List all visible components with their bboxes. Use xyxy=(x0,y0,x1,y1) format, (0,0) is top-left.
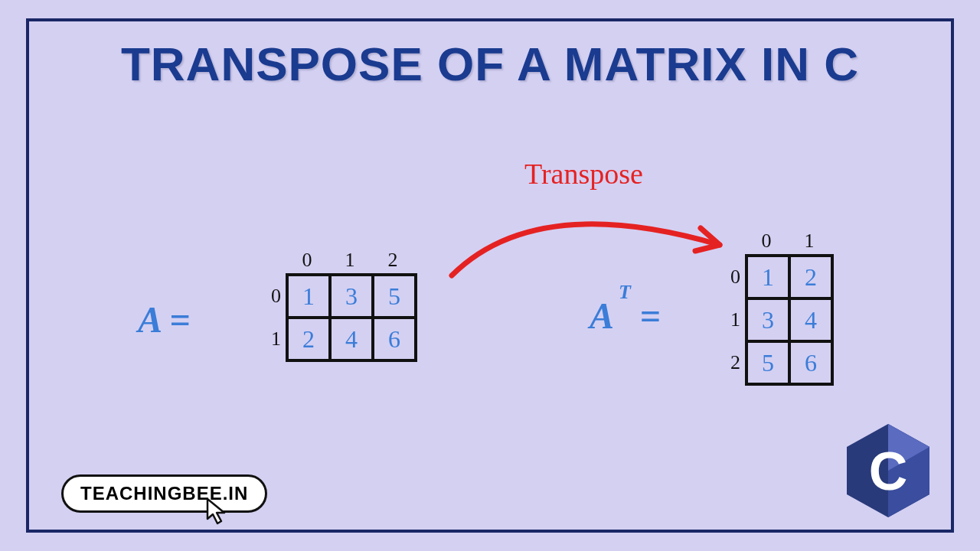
page-title: TRANSPOSE OF A MATRIX IN C xyxy=(0,37,980,91)
matrix-cell: 2 xyxy=(789,256,832,298)
matrix-at-col-headers: 0 1 xyxy=(745,230,834,253)
matrix-a: 0 1 2 0 1 1 3 5 2 4 6 xyxy=(264,249,417,362)
table-row: 5 6 xyxy=(746,341,832,384)
a-transpose-letter: A xyxy=(590,295,612,336)
col-header: 1 xyxy=(788,230,831,253)
row-header: 2 xyxy=(724,341,740,384)
matrix-cell: 5 xyxy=(746,341,789,384)
cursor-icon xyxy=(203,496,232,530)
matrix-at-grid: 1 2 3 4 5 6 xyxy=(745,254,834,386)
matrix-a-col-headers: 0 1 2 xyxy=(286,249,417,272)
equation-left-label: A = xyxy=(138,298,191,341)
row-header: 0 xyxy=(724,256,740,298)
row-header: 1 xyxy=(724,298,740,341)
matrix-cell: 1 xyxy=(746,256,789,298)
matrix-cell: 6 xyxy=(789,341,832,384)
table-row: 3 4 xyxy=(746,298,832,341)
matrix-cell: 6 xyxy=(373,318,416,360)
matrix-cell: 2 xyxy=(287,318,330,360)
col-header: 0 xyxy=(745,230,788,253)
col-header: 0 xyxy=(286,249,328,272)
matrix-cell: 3 xyxy=(746,298,789,341)
col-header: 2 xyxy=(371,249,414,272)
col-header: 1 xyxy=(328,249,371,272)
svg-text:C: C xyxy=(869,442,908,501)
matrix-cell: 4 xyxy=(330,318,373,360)
website-badge: TEACHINGBEE.IN xyxy=(61,474,267,513)
equation-right-label: A T = xyxy=(590,295,661,337)
matrix-cell: 1 xyxy=(287,275,330,318)
table-row: 2 4 6 xyxy=(287,318,416,360)
matrix-a-grid: 1 3 5 2 4 6 xyxy=(286,273,417,362)
matrix-a-row-headers: 0 1 xyxy=(264,275,281,360)
table-row: 1 2 xyxy=(746,256,832,298)
row-header: 0 xyxy=(264,275,281,318)
arrow-icon xyxy=(444,184,750,291)
matrix-at-row-headers: 0 1 2 xyxy=(724,256,740,384)
c-language-logo-icon: C xyxy=(842,421,934,520)
matrix-a-transpose: 0 1 0 1 2 1 2 3 4 5 6 xyxy=(724,230,834,386)
table-row: 1 3 5 xyxy=(287,275,416,318)
transpose-superscript: T xyxy=(619,281,631,304)
matrix-cell: 5 xyxy=(373,275,416,318)
equals-sign: = xyxy=(639,295,660,336)
row-header: 1 xyxy=(264,318,281,360)
matrix-cell: 3 xyxy=(330,275,373,318)
matrix-cell: 4 xyxy=(789,298,832,341)
